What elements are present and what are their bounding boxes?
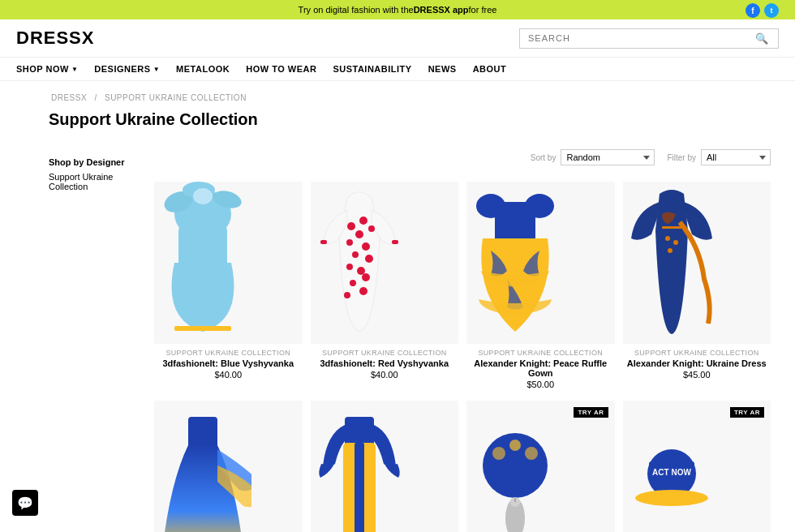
product-price: $50.00 [466, 380, 615, 389]
breadcrumb-separator: / [94, 93, 100, 102]
product-name: 3dfashionelt: Blue Vyshyvanka [154, 358, 303, 368]
svg-rect-26 [662, 226, 681, 229]
try-ar-badge: TRY AR [574, 407, 608, 418]
nav-sustainability[interactable]: SUSTAINABILITY [333, 64, 411, 74]
product-collection: Support Ukraine Collection [154, 349, 303, 357]
nav-designers[interactable]: DESIGNERS ▼ [94, 64, 160, 74]
product-name: 3dfashionelt: Red Vyshyvanka [311, 358, 459, 368]
facebook-icon[interactable]: f [746, 3, 760, 18]
product-image [311, 182, 459, 344]
svg-rect-21 [320, 240, 327, 244]
twitter-icon[interactable]: t [764, 3, 779, 18]
product-price: $40.00 [311, 370, 459, 380]
svg-point-29 [668, 248, 673, 253]
filter-group: Filter by All Dresses Accessories [667, 149, 771, 165]
filter-select[interactable]: All Dresses Accessories [701, 149, 771, 165]
product-card[interactable]: TRY AR [466, 401, 615, 532]
banner-link[interactable]: DRESSX app [414, 5, 469, 15]
search-icon[interactable]: 🔍 [755, 32, 768, 45]
svg-point-8 [359, 217, 367, 225]
svg-point-17 [350, 280, 356, 286]
nav-shop-now[interactable]: SHOP NOW ▼ [16, 64, 78, 74]
svg-point-11 [346, 239, 353, 246]
svg-point-35 [492, 447, 505, 460]
svg-point-14 [365, 255, 373, 263]
product-card[interactable]: Support Ukraine Collection 3dfashionelt:… [311, 182, 459, 393]
sort-group: Sort by Random Price: Low to High Price:… [531, 149, 655, 165]
svg-rect-25 [495, 202, 535, 242]
breadcrumb-home[interactable]: DRESSX [51, 93, 87, 102]
product-image [623, 182, 771, 344]
sort-filter-row: Sort by Random Price: Low to High Price:… [154, 141, 771, 174]
filter-label: Filter by [667, 153, 696, 162]
svg-point-10 [368, 225, 375, 232]
svg-point-37 [509, 440, 521, 451]
product-collection: Support Ukraine Collection [623, 349, 771, 357]
svg-rect-31 [345, 417, 374, 445]
try-ar-badge: TRY AR [730, 407, 764, 418]
svg-point-27 [665, 236, 670, 241]
sidebar-link-ukraine[interactable]: Support Ukraine Collection [49, 172, 130, 191]
site-logo[interactable]: DRESSX [16, 28, 94, 49]
product-card[interactable]: Support Ukraine Collection Burbush: Eleg… [154, 401, 303, 532]
chat-icon: 💬 [17, 496, 33, 511]
svg-rect-30 [188, 417, 217, 449]
svg-point-7 [347, 222, 355, 230]
chat-button[interactable]: 💬 [12, 490, 38, 516]
search-input[interactable] [528, 33, 755, 43]
banner-text: Try on digital fashion with the [299, 5, 414, 15]
product-collection: Support Ukraine Collection [466, 349, 615, 357]
product-grid: Support Ukraine Collection 3dfashionelt:… [154, 182, 771, 532]
svg-text:ACT NOW: ACT NOW [652, 468, 691, 477]
svg-point-19 [344, 292, 350, 298]
svg-point-15 [346, 264, 353, 270]
banner-text-after: for free [469, 5, 497, 15]
product-card[interactable]: Support Ukraine Collection 3dfashionelt:… [154, 182, 303, 393]
product-image [154, 182, 303, 344]
svg-point-36 [525, 447, 538, 460]
product-card[interactable]: Support Ukraine Collection Alexander Kni… [623, 182, 771, 393]
sidebar-title: Shop by Designer [49, 157, 130, 167]
nav-about[interactable]: ABOUT [473, 64, 507, 74]
sidebar: Shop by Designer Support Ukraine Collect… [16, 141, 146, 532]
svg-point-18 [362, 273, 370, 281]
svg-point-28 [673, 240, 678, 245]
products-area: Sort by Random Price: Low to High Price:… [146, 141, 779, 532]
sort-label: Sort by [531, 153, 556, 162]
product-name: Alexander Knight: Ukraine Dress [623, 358, 771, 368]
sort-select[interactable]: Random Price: Low to High Price: High to… [561, 149, 655, 165]
product-image [466, 182, 615, 344]
product-price: $40.00 [154, 370, 303, 380]
product-name: Alexander Knight: Peace Ruffle Gown [466, 358, 615, 378]
product-card[interactable]: Support Ukraine Collection Fashion Cultu… [311, 401, 459, 532]
svg-point-9 [355, 230, 363, 238]
nav-metalook[interactable]: METALOOK [176, 64, 230, 74]
breadcrumb: DRESSX / SUPPORT UKRAINE COLLECTION [49, 93, 779, 102]
nav-how-to-wear[interactable]: HOW TO WEAR [246, 64, 316, 74]
product-image: TRY AR ACT NOW [623, 401, 771, 532]
product-price: $45.00 [623, 370, 771, 380]
svg-rect-5 [174, 326, 231, 331]
nav-shop-now-arrow: ▼ [71, 66, 78, 73]
svg-point-12 [362, 242, 370, 251]
search-bar: 🔍 [519, 28, 779, 49]
page-title: Support Ukraine Collection [0, 106, 795, 141]
product-image [154, 401, 303, 532]
product-card[interactable]: Support Ukraine Collection Alexander Kni… [466, 182, 615, 393]
svg-rect-33 [355, 443, 364, 532]
svg-point-42 [635, 490, 708, 506]
nav-designers-arrow: ▼ [153, 66, 160, 73]
svg-point-13 [352, 251, 359, 258]
product-collection: Support Ukraine Collection [311, 349, 459, 357]
product-card[interactable]: TRY AR ACT NOW Support Ukraine Collectio… [623, 401, 771, 532]
product-image: TRY AR [466, 401, 615, 532]
svg-point-6 [193, 188, 213, 204]
svg-rect-22 [392, 240, 398, 244]
nav-news[interactable]: NEWS [428, 64, 457, 74]
breadcrumb-current: SUPPORT UKRAINE COLLECTION [105, 93, 247, 102]
svg-point-20 [359, 287, 367, 295]
product-image [311, 401, 459, 532]
svg-point-16 [357, 267, 365, 275]
main-nav: SHOP NOW ▼ DESIGNERS ▼ METALOOK HOW TO W… [0, 58, 795, 81]
